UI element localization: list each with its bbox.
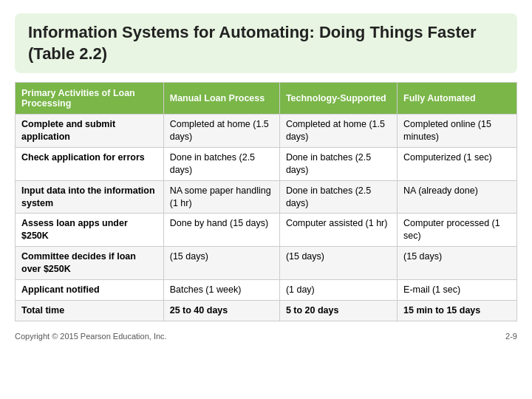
table-row: Check application for errorsDone in batc… <box>16 147 517 180</box>
main-table: Primary Activities of Loan Processing Ma… <box>15 82 517 321</box>
cell-r2-c2: Done in batches (2.5 days) <box>279 180 397 214</box>
cell-r0-c0: Complete and submit application <box>16 115 164 148</box>
cell-r6-c1: 25 to 40 days <box>163 300 279 321</box>
copyright-text: Copyright © 2015 Pearson Education, Inc. <box>15 332 167 341</box>
cell-r1-c0: Check application for errors <box>16 147 164 180</box>
table-row: Applicant notifiedBatches (1 week)(1 day… <box>16 279 517 300</box>
cell-r5-c0: Applicant notified <box>16 279 164 300</box>
col-header-4: Fully Automated <box>398 83 517 115</box>
col-header-1: Primary Activities of Loan Processing <box>16 83 164 115</box>
footer: Copyright © 2015 Pearson Education, Inc.… <box>15 330 517 341</box>
cell-r2-c3: NA (already done) <box>398 180 517 214</box>
table-header-row: Primary Activities of Loan Processing Ma… <box>16 83 517 115</box>
cell-r5-c3: E-mail (1 sec) <box>398 279 517 300</box>
cell-r0-c2: Completed at home (1.5 days) <box>279 115 397 148</box>
table-row: Complete and submit applicationCompleted… <box>16 115 517 148</box>
cell-r2-c1: NA some paper handling (1 hr) <box>163 180 279 214</box>
table-row: Committee decides if loan over $250K(15 … <box>16 247 517 280</box>
col-header-3: Technology-Supported <box>279 83 397 115</box>
cell-r4-c2: (15 days) <box>279 247 397 280</box>
cell-r6-c2: 5 to 20 days <box>279 300 397 321</box>
cell-r4-c0: Committee decides if loan over $250K <box>16 247 164 280</box>
cell-r0-c1: Completed at home (1.5 days) <box>163 115 279 148</box>
cell-r3-c1: Done by hand (15 days) <box>163 214 279 247</box>
cell-r6-c3: 15 min to 15 days <box>398 300 517 321</box>
cell-r4-c1: (15 days) <box>163 247 279 280</box>
page: Information Systems for Automating: Doin… <box>0 0 532 399</box>
cell-r6-c0: Total time <box>16 300 164 321</box>
cell-r4-c3: (15 days) <box>398 247 517 280</box>
table-row: Input data into the information systemNA… <box>16 180 517 214</box>
cell-r1-c2: Done in batches (2.5 days) <box>279 147 397 180</box>
table-row: Assess loan apps under $250KDone by hand… <box>16 214 517 247</box>
cell-r1-c3: Computerized (1 sec) <box>398 147 517 180</box>
cell-r5-c2: (1 day) <box>279 279 397 300</box>
cell-r1-c1: Done in batches (2.5 days) <box>163 147 279 180</box>
cell-r3-c0: Assess loan apps under $250K <box>16 214 164 247</box>
page-title: Information Systems for Automating: Doin… <box>15 13 517 73</box>
cell-r0-c3: Completed online (15 minutes) <box>398 115 517 148</box>
cell-r3-c3: Computer processed (1 sec) <box>398 214 517 247</box>
page-number: 2-9 <box>505 332 517 341</box>
table-row: Total time25 to 40 days5 to 20 days15 mi… <box>16 300 517 321</box>
col-header-2: Manual Loan Process <box>163 83 279 115</box>
cell-r5-c1: Batches (1 week) <box>163 279 279 300</box>
cell-r3-c2: Computer assisted (1 hr) <box>279 214 397 247</box>
cell-r2-c0: Input data into the information system <box>16 180 164 214</box>
